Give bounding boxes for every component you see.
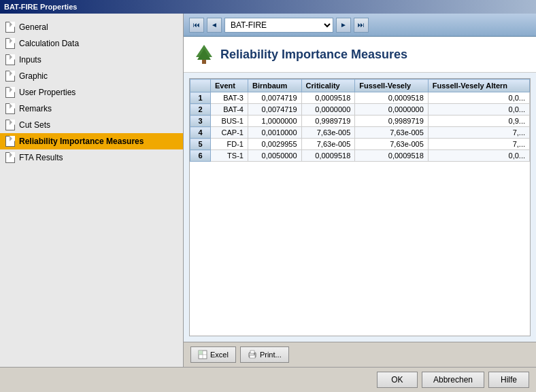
row-fussell-vesely: 7,63e-005	[355, 127, 429, 139]
nav-first-button[interactable]: ⏮	[189, 18, 204, 33]
print-button[interactable]: Print...	[240, 346, 289, 363]
tree-icon	[195, 43, 214, 65]
row-fussell-vesely-altern: 0,9...	[428, 115, 529, 127]
sidebar-item-graphic[interactable]: Graphic	[0, 68, 183, 84]
row-num: 4	[190, 127, 211, 139]
sidebar: General Calculation Data Inputs Graphic …	[0, 14, 184, 367]
ok-button[interactable]: OK	[377, 372, 418, 388]
row-event: BUS-1	[211, 115, 248, 127]
sidebar-item-calculation-data[interactable]: Calculation Data	[0, 35, 183, 52]
excel-label: Excel	[210, 351, 229, 359]
sidebar-item-reliability-importance[interactable]: Reliability Importance Measures	[0, 133, 183, 149]
sidebar-item-user-properties[interactable]: User Properties	[0, 84, 183, 101]
sidebar-item-label: Cut Sets	[19, 120, 50, 130]
document-icon	[5, 22, 15, 33]
row-fussell-vesely-altern: 0,0...	[428, 150, 529, 162]
sidebar-item-remarks[interactable]: Remarks	[0, 101, 183, 117]
bottom-toolbar: Excel Print...	[184, 342, 536, 367]
data-table: Event Birnbaum Criticality Fussell-Vesel…	[190, 79, 530, 162]
row-criticality: 0,0000000	[301, 104, 355, 115]
row-criticality: 7,63e-005	[301, 127, 355, 139]
row-num: 5	[190, 139, 211, 150]
printer-icon	[248, 350, 257, 359]
nav-next-button[interactable]: ►	[336, 18, 351, 33]
svg-point-10	[254, 353, 255, 355]
row-criticality: 7,63e-005	[301, 139, 355, 150]
print-label: Print...	[260, 351, 282, 359]
svg-rect-9	[250, 355, 255, 358]
row-fussell-vesely: 0,0009518	[355, 150, 429, 162]
col-birnbaum: Birnbaum	[248, 79, 301, 92]
row-birnbaum: 0,0050000	[248, 150, 301, 162]
table-row: 1 BAT-3 0,0074719 0,0009518 0,0009518 0,…	[190, 92, 530, 104]
footer: OK Abbrechen Hilfe	[0, 367, 536, 392]
document-icon	[5, 120, 15, 130]
col-fussell-vesely-altern: Fussell-Vesely Altern	[428, 79, 529, 92]
table-row: 3 BUS-1 1,0000000 0,9989719 0,9989719 0,…	[190, 115, 530, 127]
row-fussell-vesely-altern: 7,...	[428, 139, 529, 150]
cancel-button[interactable]: Abbrechen	[422, 372, 484, 388]
row-birnbaum: 0,0074719	[248, 104, 301, 115]
row-event: BAT-3	[211, 92, 248, 104]
excel-button[interactable]: Excel	[190, 346, 236, 363]
help-button[interactable]: Hilfe	[488, 372, 529, 388]
document-icon	[5, 54, 15, 65]
row-fussell-vesely-altern: 7,...	[428, 127, 529, 139]
table-scroll[interactable]: Event Birnbaum Criticality Fussell-Vesel…	[190, 79, 530, 336]
sidebar-item-general[interactable]: General	[0, 19, 183, 35]
document-icon	[5, 136, 15, 147]
row-fussell-vesely: 0,9989719	[355, 115, 429, 127]
row-fussell-vesely-altern: 0,0...	[428, 104, 529, 115]
table-row: 2 BAT-4 0,0074719 0,0000000 0,0000000 0,…	[190, 104, 530, 115]
sidebar-item-label: FTA Results	[19, 153, 63, 162]
col-fussell-vesely: Fussell-Vesely	[355, 79, 429, 92]
row-fussell-vesely: 0,0000000	[355, 104, 429, 115]
bat-fire-dropdown[interactable]: BAT-FIRE	[224, 18, 333, 33]
sidebar-item-label: Graphic	[19, 71, 48, 81]
sidebar-item-label: Reliability Importance Measures	[19, 137, 144, 146]
content-header: Reliability Importance Measures	[184, 37, 536, 73]
row-num: 3	[190, 115, 211, 127]
row-criticality: 0,0009518	[301, 92, 355, 104]
row-event: FD-1	[211, 139, 248, 150]
row-birnbaum: 0,0074719	[248, 92, 301, 104]
nav-prev-button[interactable]: ◄	[207, 18, 222, 33]
document-icon	[5, 71, 15, 82]
dropdown-container: BAT-FIRE	[224, 18, 333, 33]
col-event: Event	[211, 79, 248, 92]
sidebar-item-label: Remarks	[19, 104, 52, 113]
excel-icon	[198, 350, 207, 359]
navigation-toolbar: ⏮ ◄ BAT-FIRE ► ⏭	[184, 14, 536, 37]
row-criticality: 0,0009518	[301, 150, 355, 162]
svg-rect-8	[250, 351, 254, 353]
sidebar-item-label: General	[19, 22, 48, 32]
sidebar-item-label: User Properties	[19, 88, 76, 97]
sidebar-item-fta-results[interactable]: FTA Results	[0, 149, 183, 166]
document-icon	[5, 152, 15, 163]
row-fussell-vesely: 0,0009518	[355, 92, 429, 104]
table-row: 4 CAP-1 0,0010000 7,63e-005 7,63e-005 7,…	[190, 127, 530, 139]
row-event: CAP-1	[211, 127, 248, 139]
row-birnbaum: 0,0029955	[248, 139, 301, 150]
title-bar-label: BAT-FIRE Properties	[4, 3, 77, 11]
sidebar-item-label: Inputs	[19, 55, 41, 65]
right-panel: ⏮ ◄ BAT-FIRE ► ⏭ Reliability Importance …	[184, 14, 536, 367]
sidebar-item-inputs[interactable]: Inputs	[0, 52, 183, 68]
row-event: BAT-4	[211, 104, 248, 115]
nav-last-button[interactable]: ⏭	[354, 18, 369, 33]
row-birnbaum: 0,0010000	[248, 127, 301, 139]
document-icon	[5, 38, 15, 49]
document-icon	[5, 87, 15, 98]
row-num: 6	[190, 150, 211, 162]
table-row: 6 TS-1 0,0050000 0,0009518 0,0009518 0,0…	[190, 150, 530, 162]
row-event: TS-1	[211, 150, 248, 162]
svg-rect-4	[199, 351, 203, 355]
row-num: 1	[190, 92, 211, 104]
sidebar-item-label: Calculation Data	[19, 39, 79, 48]
document-icon	[5, 103, 15, 114]
col-num	[190, 79, 211, 92]
sidebar-item-cut-sets[interactable]: Cut Sets	[0, 117, 183, 133]
row-birnbaum: 1,0000000	[248, 115, 301, 127]
col-criticality: Criticality	[301, 79, 355, 92]
row-fussell-vesely-altern: 0,0...	[428, 92, 529, 104]
